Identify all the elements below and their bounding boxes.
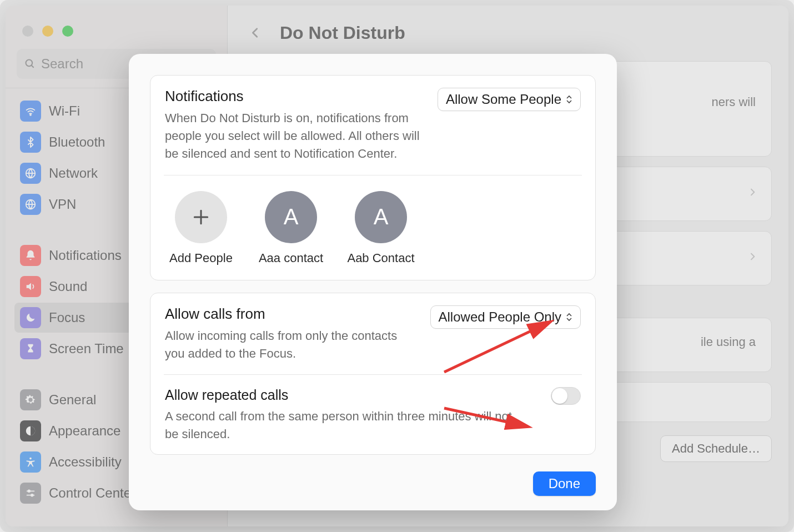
done-button[interactable]: Done bbox=[533, 471, 596, 496]
calls-select[interactable]: Allowed People Only bbox=[430, 305, 581, 329]
person-name: Aab Contact bbox=[347, 251, 414, 265]
repeated-calls-toggle[interactable] bbox=[551, 387, 581, 405]
calls-card: Allow calls from Allow incoming calls fr… bbox=[150, 293, 596, 455]
notifications-description: When Do Not Disturb is on, notifications… bbox=[165, 109, 424, 163]
calls-description: Allow incoming calls from only the conta… bbox=[165, 327, 409, 363]
calls-title: Allow calls from bbox=[165, 305, 409, 323]
notifications-title: Notifications bbox=[165, 88, 424, 105]
plus-icon bbox=[175, 191, 227, 243]
avatar: A bbox=[265, 191, 317, 243]
avatar: A bbox=[355, 191, 407, 243]
updown-icon bbox=[566, 95, 572, 104]
repeated-calls-title: Allow repeated calls bbox=[165, 387, 520, 403]
people-options-sheet: Notifications When Do Not Disturb is on,… bbox=[129, 54, 617, 510]
updown-icon bbox=[566, 313, 572, 322]
add-people-button[interactable]: Add People bbox=[165, 191, 237, 265]
allowed-people-row: Add People A Aaa contactA Aab Contact bbox=[165, 188, 581, 265]
notifications-select[interactable]: Allow Some People bbox=[438, 88, 581, 111]
repeated-calls-description: A second call from the same person withi… bbox=[165, 408, 520, 443]
allowed-person[interactable]: A Aaa contact bbox=[255, 191, 327, 265]
notifications-card: Notifications When Do Not Disturb is on,… bbox=[150, 75, 596, 280]
person-name: Aaa contact bbox=[259, 251, 323, 265]
allowed-person[interactable]: A Aab Contact bbox=[345, 191, 417, 265]
